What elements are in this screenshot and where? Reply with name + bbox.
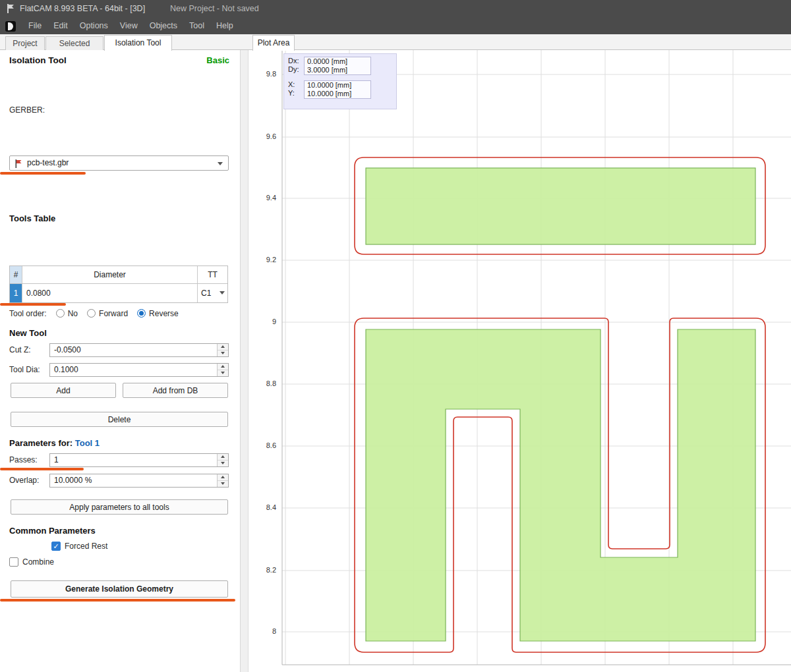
y-value: 10.0000 [mm]: [307, 90, 368, 98]
dx-value: 0.0000 [mm]: [307, 57, 368, 66]
tool-diameter-cell[interactable]: 0.0800: [22, 284, 198, 302]
tab-isolation-tool[interactable]: Isolation Tool: [104, 35, 172, 51]
tool-number-cell[interactable]: 1: [10, 284, 22, 302]
menu-item-file[interactable]: File: [22, 18, 47, 34]
tool-type-value: C1: [201, 289, 211, 298]
spin-down-icon[interactable]: [218, 370, 228, 377]
tab-row: Project Selected Isolation Tool Plot Are…: [0, 34, 791, 50]
y-tick: 9: [249, 318, 279, 325]
y-tick: 9.4: [249, 194, 279, 202]
copper-trace-top: [366, 168, 755, 244]
project-window-icon[interactable]: [5, 21, 16, 32]
y-tick: 8.2: [249, 566, 279, 574]
gerber-object-select[interactable]: pcb-test.gbr: [9, 155, 229, 171]
gerber-label: GERBER:: [9, 105, 45, 115]
copper-trace-bottom: [366, 329, 755, 641]
tool-type-select[interactable]: C1: [198, 284, 227, 302]
tools-table-header-row: # Diameter TT: [10, 266, 227, 284]
overlap-label: Overlap:: [9, 476, 39, 485]
header-diameter: Diameter: [22, 266, 198, 283]
passes-value[interactable]: 1: [54, 454, 59, 466]
spin-down-icon[interactable]: [218, 481, 228, 488]
radio-icon: [137, 309, 146, 318]
apply-parameters-button[interactable]: Apply parameters to all tools: [11, 499, 228, 515]
checkbox-icon: ✓: [51, 542, 61, 551]
app-logo-icon: [5, 3, 16, 14]
tool-dia-value[interactable]: 0.1000: [54, 364, 78, 376]
spin-down-icon[interactable]: [218, 350, 228, 357]
gerber-selected-value: pcb-test.gbr: [27, 158, 69, 167]
y-tick: 8.8: [249, 379, 279, 387]
spin-down-icon[interactable]: [218, 461, 228, 467]
tab-project[interactable]: Project: [5, 36, 45, 50]
pane-splitter[interactable]: [241, 50, 249, 672]
overlap-value[interactable]: 10.0000 %: [54, 474, 92, 487]
passes-spinner[interactable]: 1: [49, 453, 229, 467]
mode-badge: Basic: [206, 55, 229, 65]
cut-z-value[interactable]: -0.0500: [54, 344, 81, 356]
combine-checkbox[interactable]: Combine: [9, 557, 54, 567]
tool-dia-label: Tool Dia:: [9, 365, 40, 374]
checkbox-icon: [9, 557, 18, 567]
y-tick: 9.6: [249, 132, 279, 140]
combine-label: Combine: [22, 557, 54, 567]
menu-item-tool[interactable]: Tool: [183, 18, 210, 34]
x-value: 10.0000 [mm]: [307, 81, 368, 90]
tab-plot-area[interactable]: Plot Area: [252, 35, 295, 51]
hud-position-group: X: Y: 10.0000 [mm] 10.0000 [mm]: [288, 80, 396, 99]
window-title: FlatCAM 8.993 BETA - 64bit - [3D]: [20, 4, 145, 13]
radio-label: Reverse: [149, 309, 179, 318]
forced-rest-checkbox[interactable]: ✓ Forced Rest: [51, 542, 107, 551]
add-from-db-button[interactable]: Add from DB: [123, 383, 228, 398]
menu-item-options[interactable]: Options: [74, 18, 114, 34]
spin-up-icon[interactable]: [218, 474, 228, 481]
dy-value: 3.0000 [mm]: [307, 66, 368, 74]
tool-order-radio-forward[interactable]: Forward: [87, 309, 128, 318]
radio-label: No: [68, 309, 78, 318]
y-tick: 8.6: [249, 441, 279, 449]
window-subtitle: New Project - Not saved: [170, 4, 259, 13]
spin-up-icon[interactable]: [218, 364, 228, 370]
parameters-heading-text: Parameters for:: [9, 438, 73, 448]
tools-table-row: 1 0.0800 C1: [10, 284, 227, 302]
menu-item-help[interactable]: Help: [210, 18, 239, 34]
parameters-tool-name: Tool 1: [75, 438, 100, 448]
chevron-down-icon: [218, 162, 223, 165]
gerber-file-icon: [14, 159, 23, 169]
cut-z-label: Cut Z:: [9, 345, 31, 354]
plot-canvas[interactable]: 9.8 9.6 9.4 9.2 9 8.8 8.6 8.4 8.2 8 Dx: …: [249, 50, 791, 672]
spin-up-icon[interactable]: [218, 344, 228, 350]
cut-z-spinner[interactable]: -0.0500: [49, 343, 229, 357]
tab-selected[interactable]: Selected: [45, 36, 103, 50]
tool-order-label: Tool order:: [9, 309, 47, 318]
y-tick: 8.4: [249, 503, 279, 511]
dx-label: Dx:: [288, 57, 304, 65]
panel-title: Isolation Tool: [9, 55, 67, 65]
delete-tool-button[interactable]: Delete: [11, 412, 228, 427]
radio-icon: [56, 309, 65, 318]
menu-item-view[interactable]: View: [114, 18, 144, 34]
menu-item-objects[interactable]: Objects: [144, 18, 183, 34]
menu-bar: File Edit Options View Objects Tool Help: [0, 18, 791, 34]
radio-label: Forward: [99, 309, 128, 318]
isolation-tool-panel: Isolation Tool Basic GERBER: pcb-test.gb…: [0, 50, 241, 672]
tool-order-radio-no[interactable]: No: [56, 309, 78, 318]
chevron-down-icon: [220, 291, 225, 294]
tool-order-radio-reverse[interactable]: Reverse: [137, 309, 179, 318]
tool-dia-spinner[interactable]: 0.1000: [49, 363, 229, 377]
annotation-underline-tool-row: [0, 303, 66, 306]
x-label: X:: [288, 80, 304, 89]
menu-item-edit[interactable]: Edit: [47, 18, 74, 34]
tool-order-group: Tool order: No Forward Reverse: [9, 308, 179, 319]
annotation-underline-generate: [0, 599, 235, 602]
add-tool-button[interactable]: Add: [11, 383, 116, 398]
generate-isolation-button[interactable]: Generate Isolation Geometry: [11, 580, 228, 598]
y-tick: 9.8: [249, 70, 279, 78]
annotation-underline-gerber: [0, 172, 86, 175]
spin-up-icon[interactable]: [218, 454, 228, 461]
parameters-heading: Parameters for: Tool 1: [9, 438, 100, 448]
plot-svg: [249, 50, 791, 672]
overlap-spinner[interactable]: 10.0000 %: [49, 474, 229, 488]
coords-hud: Dx: Dy: 0.0000 [mm] 3.0000 [mm] X: Y: 10…: [283, 53, 397, 109]
header-tt: TT: [198, 266, 227, 283]
